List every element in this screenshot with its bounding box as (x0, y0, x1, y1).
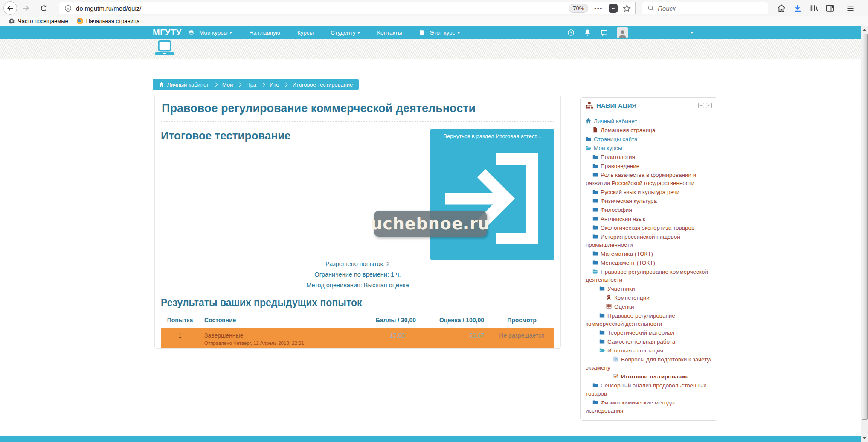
caret-right-icon: ▸ (230, 31, 232, 35)
sidebar-item-14[interactable]: Менеджмент (ТОКТ) (586, 258, 712, 267)
navigation-tree: Личный кабинетДомашняя страницаСтраницы … (586, 117, 712, 415)
sidebar-item-7[interactable]: Русский язык и культура речи (586, 188, 712, 196)
collapse-block-icon[interactable]: − (698, 103, 704, 108)
sidebar-item-label: Физико-химические методы исследования (586, 399, 675, 414)
results-heading: Результаты ваших предыдущих попыток (161, 297, 554, 309)
sidebar-item-18[interactable]: Оценки (586, 302, 712, 311)
avatar[interactable] (617, 27, 628, 38)
clock-icon[interactable] (567, 29, 575, 36)
home-icon[interactable] (777, 4, 786, 12)
bookmark-frequent[interactable]: Часто посещаемые (9, 18, 68, 24)
search-icon (647, 5, 654, 12)
sidebar-item-4[interactable]: Политология (586, 153, 712, 162)
sidebar-item-8[interactable]: Физическая культура (586, 196, 712, 205)
sidebar-toggle-icon[interactable] (826, 4, 834, 12)
folder-icon (592, 172, 598, 177)
sidebar-item-25[interactable]: Сенсорный анализ продовольственных товар… (586, 381, 712, 398)
refresh-button[interactable] (40, 4, 48, 12)
back-to-section-button-top[interactable]: Вернуться в раздел Итоговая аттест... (430, 129, 554, 260)
scroll-up-icon[interactable] (861, 26, 868, 33)
sidebar-item-label: Оценки (614, 303, 634, 310)
library-icon[interactable] (810, 4, 818, 12)
sidebar-item-1[interactable]: Домашняя страница (586, 126, 712, 135)
back-button[interactable] (3, 1, 17, 15)
nav-item-3[interactable]: Студенту▸ (331, 29, 360, 36)
site-info-icon[interactable] (64, 5, 72, 12)
url-bar[interactable]: do.mgutm.ru/mod/quiz/ 70% ••• (59, 2, 636, 14)
bell-icon[interactable] (584, 29, 591, 36)
sidebar-item-19[interactable]: Правовое регулирование коммерческой деят… (586, 311, 712, 328)
sidebar-item-label: Математика (ТОКТ) (601, 251, 653, 257)
laptop-logo-icon[interactable] (154, 40, 175, 57)
page-icon (613, 356, 619, 362)
sidebar-item-2[interactable]: Страницы сайта (586, 135, 712, 144)
forward-button[interactable] (22, 4, 30, 12)
sidebar-item-9[interactable]: Философия (586, 205, 712, 214)
breadcrumb-item-4[interactable]: Итоговое тестирование (292, 81, 353, 88)
scrollbar-thumb[interactable] (862, 34, 868, 420)
quiz-info-line: Ограничение по времени: 1 ч. (161, 271, 554, 278)
pocket-icon[interactable] (609, 4, 618, 13)
sidebar-item-0[interactable]: Личный кабинет (586, 117, 712, 126)
nav-expand-arrow-icon[interactable]: ▸ (691, 30, 693, 35)
nav-item-2[interactable]: Курсы (297, 29, 314, 36)
attempt-review: Не разрешается (489, 328, 554, 349)
scrollbar[interactable] (861, 26, 868, 442)
sidebar-item-5[interactable]: Правоведение (586, 162, 712, 170)
sidebar-item-15[interactable]: Правовое регулирование коммерческой деят… (586, 267, 712, 284)
sidebar-item-label: Правоведение (601, 163, 639, 169)
sidebar-item-23[interactable]: Вопросы для подготовки к зачету/экзамену (586, 355, 712, 372)
url-text[interactable]: do.mgutm.ru/mod/quiz/ (76, 5, 569, 12)
breadcrumb-label: Ито (270, 81, 279, 88)
breadcrumb-item-2[interactable]: Пра (246, 81, 256, 88)
sidebar-item-10[interactable]: Английский язык (586, 214, 712, 223)
grid-icon (606, 303, 612, 309)
sidebar-item-16[interactable]: Участники (586, 284, 712, 293)
sidebar-item-12[interactable]: История российской пищевой промышленност… (586, 232, 712, 249)
sidebar-item-17[interactable]: Компетенции (586, 293, 712, 302)
chat-icon[interactable] (601, 29, 608, 36)
sidebar-item-label: Роль казачества в формировании и развити… (586, 172, 696, 186)
home-icon (159, 82, 164, 87)
sidebar-item-26[interactable]: Физико-химические методы исследования (586, 398, 712, 415)
sidebar-item-3[interactable]: Мои курсы (586, 144, 712, 153)
folder-icon (592, 207, 598, 212)
breadcrumb-item-0[interactable]: Личный кабинет (159, 81, 209, 88)
nav-item-0[interactable]: Мои курсы▸ (189, 29, 232, 36)
sidebar-item-22[interactable]: Итоговая аттестация (586, 346, 712, 355)
sidebar-item-11[interactable]: Экологическая экспертиза товаров (586, 223, 712, 232)
sidebar-item-20[interactable]: Теоретический материал (586, 328, 712, 337)
breadcrumb-item-1[interactable]: Мои (222, 81, 233, 88)
breadcrumb-label: Пра (246, 81, 256, 88)
site-navbar: МГУТУ Мои курсы▸На главнуюКурсыСтуденту▸… (0, 26, 861, 39)
bookmark-home-page[interactable]: Начальная страница (77, 18, 140, 24)
scroll-down-icon[interactable] (861, 435, 868, 442)
page-actions-icon[interactable]: ••• (594, 5, 603, 12)
navigation-title: НАВИГАЦИЯ (596, 102, 697, 109)
folder-icon (599, 286, 605, 291)
nav-item-5[interactable]: Этот курс▸ (419, 29, 459, 36)
sidebar-item-label: Экологическая экспертиза товаров (601, 225, 694, 231)
sidebar-item-label: Личный кабинет (594, 118, 637, 124)
folder-icon (592, 382, 598, 388)
sidebar-item-label: Компетенции (614, 295, 650, 301)
folder-icon (599, 338, 605, 344)
search-input[interactable] (658, 5, 743, 12)
zoom-level-badge[interactable]: 70% (569, 4, 588, 13)
sidebar-item-label: Менеджмент (ТОКТ) (601, 260, 655, 266)
nav-item-label: Мои курсы (199, 29, 228, 36)
attempt-submitted: Отправлено Четверг, 12 Апрель 2018, 22:3… (204, 341, 352, 346)
sidebar-item-21[interactable]: Самостоятельная работа (586, 337, 712, 346)
sidebar-item-24[interactable]: Итоговое тестирование (586, 372, 712, 381)
sidebar-item-6[interactable]: Роль казачества в формировании и развити… (586, 170, 712, 188)
nav-item-4[interactable]: Контакты (377, 29, 402, 36)
brand-logo[interactable]: МГУТУ (153, 28, 182, 38)
sidebar-item-13[interactable]: Математика (ТОКТ) (586, 249, 712, 258)
nav-item-1[interactable]: На главную (249, 29, 280, 36)
dock-block-icon[interactable]: ‹ (706, 103, 712, 108)
breadcrumb-item-3[interactable]: Ито (270, 81, 279, 88)
download-icon[interactable] (793, 4, 802, 12)
bookmark-star-icon[interactable] (623, 4, 631, 12)
menu-hamburger-icon[interactable] (846, 4, 855, 12)
search-bar[interactable] (642, 2, 768, 14)
